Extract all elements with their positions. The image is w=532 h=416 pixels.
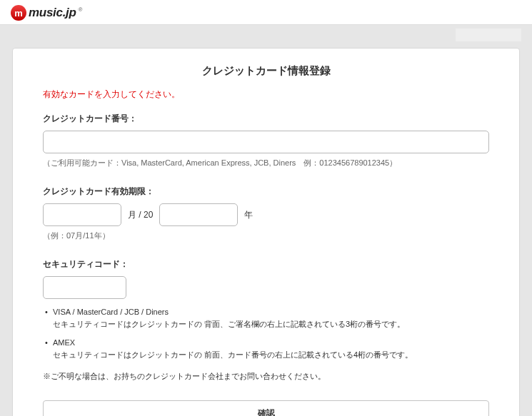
- content-area: クレジットカード情報登録 有効なカードを入力してください。 クレジットカード番号…: [0, 44, 532, 416]
- expiry-month-input[interactable]: [43, 203, 121, 226]
- expiry-section: クレジットカード有効期限： 月 / 20 年 （例：07月/11年）: [43, 186, 489, 241]
- submit-row: 確認: [43, 400, 489, 416]
- logo: m music.jp ®: [11, 5, 521, 21]
- cvv-note: ※ご不明な場合は、お持ちのクレジットカード会社までお問い合わせください。: [43, 371, 489, 382]
- cvv-input[interactable]: [43, 276, 126, 299]
- cvv-section: セキュリティコード： VISA / MasterCard / JCB / Din…: [43, 258, 489, 382]
- card-number-hint: （ご利用可能カード：Visa, MasterCard, American Exp…: [43, 158, 489, 168]
- card-number-section: クレジットカード番号： （ご利用可能カード：Visa, MasterCard, …: [43, 113, 489, 168]
- cvv-label: セキュリティコード：: [43, 258, 489, 270]
- error-message: 有効なカードを入力してください。: [43, 89, 489, 100]
- expiry-label: クレジットカード有効期限：: [43, 186, 489, 198]
- cvv-bullet-desc: セキュリティコードはクレジットカードの 背面、ご署名欄の右上に記載されている3桁…: [53, 320, 405, 328]
- expiry-year-input[interactable]: [159, 203, 238, 226]
- cvv-bullet: VISA / MasterCard / JCB / Diners セキュリティコ…: [43, 306, 489, 330]
- cvv-bullet-title: VISA / MasterCard / JCB / Diners: [53, 306, 489, 318]
- expiry-hint: （例：07月/11年）: [43, 230, 489, 241]
- site-header: m music.jp ®: [0, 0, 532, 25]
- submit-button[interactable]: 確認: [43, 400, 489, 416]
- cvv-bullet: AMEX セキュリティコードはクレジットカードの 前面、カード番号の右上に記載さ…: [43, 337, 489, 361]
- expiry-sep-month: 月 / 20: [128, 209, 153, 221]
- logo-icon: m: [11, 5, 26, 21]
- card-number-input[interactable]: [43, 131, 489, 153]
- card-number-label: クレジットカード番号：: [43, 113, 489, 125]
- cvv-bullet-desc: セキュリティコードはクレジットカードの 前面、カード番号の右上に記載されている4…: [53, 350, 413, 359]
- expiry-row: 月 / 20 年: [43, 203, 489, 226]
- logo-text: music.jp: [29, 6, 76, 20]
- subheader: [0, 25, 532, 44]
- cvv-bullet-title: AMEX: [53, 337, 489, 349]
- form-card: クレジットカード情報登録 有効なカードを入力してください。 クレジットカード番号…: [12, 48, 520, 416]
- expiry-sep-year: 年: [244, 209, 253, 221]
- logo-registered: ®: [79, 6, 83, 13]
- page-title: クレジットカード情報登録: [43, 64, 489, 78]
- cvv-bullets: VISA / MasterCard / JCB / Diners セキュリティコ…: [43, 306, 489, 361]
- subheader-placeholder: [456, 29, 521, 41]
